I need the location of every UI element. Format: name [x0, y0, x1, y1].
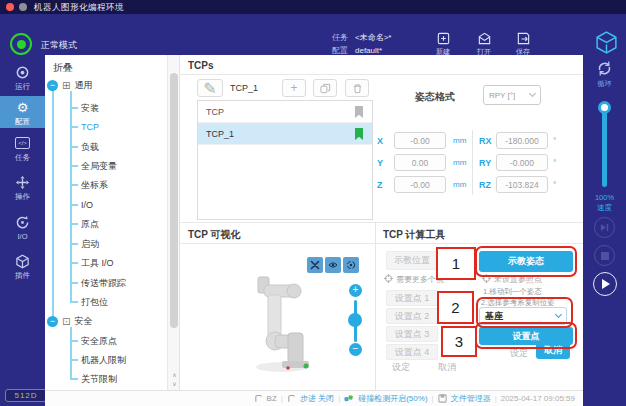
- status-timestamp: 2025-04-17 09:05:59: [501, 394, 575, 403]
- save-button[interactable]: 保存: [507, 31, 539, 57]
- stop-button[interactable]: [594, 245, 615, 266]
- main-panel: TCPs ✎ TCP_1 + TCP TCP_1 姿态格: [180, 55, 583, 390]
- grid-icon: ⊞: [62, 80, 70, 91]
- tree-item-pack-pos[interactable]: 打包位: [70, 294, 108, 310]
- x-label: X: [377, 136, 383, 146]
- rz-unit: °: [553, 180, 556, 189]
- play-button[interactable]: [593, 272, 617, 296]
- tree-item-coord-sys[interactable]: 坐标系: [70, 177, 108, 193]
- visibility-button[interactable]: [325, 257, 341, 273]
- sidebar-item-config[interactable]: ⚙ 配置: [0, 96, 45, 128]
- teach-pose-label: 示教姿态: [508, 255, 544, 268]
- close-window-button[interactable]: [6, 3, 14, 11]
- tree-item-payload[interactable]: 负载: [70, 139, 99, 155]
- mode-indicator-icon: [10, 33, 32, 55]
- step-mode-status[interactable]: 步进 关闭: [300, 393, 334, 404]
- right-status-text: 未设置参照点: [494, 274, 542, 285]
- cancel-right-button[interactable]: 取消: [536, 342, 570, 359]
- rotate-view-button[interactable]: [343, 257, 359, 273]
- zoom-in-button[interactable]: +: [349, 284, 362, 297]
- tree-item-install[interactable]: 安装: [70, 100, 99, 116]
- z-field[interactable]: [394, 176, 446, 193]
- delete-tcp-button[interactable]: [345, 79, 369, 97]
- minimize-window-button[interactable]: [19, 3, 27, 11]
- bz-indicator[interactable]: BZ: [267, 394, 277, 403]
- sidebar-item-run[interactable]: 运行: [0, 61, 45, 92]
- sidebar-item-io[interactable]: I/O: [0, 211, 45, 241]
- tcp-row-name: TCP: [206, 107, 224, 117]
- set-point-3-button[interactable]: 设置点 3: [386, 326, 438, 342]
- sidebar-item-plugin[interactable]: 插件: [0, 250, 45, 281]
- copy-tcp-button[interactable]: [313, 79, 337, 97]
- task-value: <未命名>*: [355, 31, 391, 44]
- set-point-1-button[interactable]: 设置点 1: [386, 290, 438, 306]
- y-field[interactable]: [394, 154, 446, 171]
- step-button[interactable]: [594, 217, 615, 238]
- bookmark-active-icon[interactable]: [354, 128, 364, 140]
- reference-frame-dropdown[interactable]: 基座: [479, 307, 567, 325]
- collapse-icon[interactable]: −: [47, 80, 58, 91]
- eye-icon: [328, 260, 338, 270]
- tree-group-label: 安全: [74, 315, 92, 328]
- bookmark-icon[interactable]: [354, 106, 364, 118]
- status-bar: BZ | 步进 关闭 | 碰撞检测开启(50%) | 文件管理器 | 2025-…: [45, 390, 583, 406]
- collapse-icon[interactable]: −: [47, 316, 58, 327]
- confirm-right-button[interactable]: 设定: [510, 347, 528, 360]
- tcp-list-row[interactable]: TCP: [198, 101, 372, 123]
- tree-item-robot-limits[interactable]: 机器人限制: [70, 352, 126, 368]
- teach-pose-button[interactable]: 示教姿态: [479, 251, 573, 272]
- set-point-label: 设置点: [513, 330, 540, 343]
- x-field[interactable]: [394, 132, 446, 149]
- sidebar-item-label: 运行: [15, 82, 30, 92]
- tree-group-safety[interactable]: − ⊡ 安全: [47, 313, 92, 329]
- reference-status-icon: [482, 274, 491, 283]
- open-button[interactable]: 打开: [468, 31, 500, 57]
- tree-item-tool-io[interactable]: 工具 I/O: [70, 255, 114, 271]
- tree-item-conveyor[interactable]: 传送带跟踪: [70, 275, 126, 291]
- app-window: 机器人图形化编程环境 正常模式 任务 <未命名>* 配置 default* 新建…: [0, 0, 626, 406]
- task-label: 任务: [332, 31, 348, 44]
- file-manager-link[interactable]: 文件管理器: [451, 393, 491, 404]
- tree-item-joint-limits[interactable]: 关节限制: [70, 371, 117, 387]
- tree-item-tcp[interactable]: TCP: [70, 119, 99, 135]
- zoom-out-button[interactable]: −: [349, 343, 362, 356]
- tree-item-global-vars[interactable]: 全局变量: [70, 158, 117, 174]
- calc-title: TCP 计算工具: [383, 228, 446, 242]
- tools-button[interactable]: [307, 257, 323, 273]
- tree-group-general[interactable]: − ⊞ 通用: [47, 77, 92, 93]
- sidebar-item-label: 插件: [15, 271, 30, 281]
- rx-field[interactable]: [496, 132, 548, 149]
- teach-position-tab[interactable]: 示教位置: [386, 251, 438, 270]
- collision-status[interactable]: 碰撞检测开启(50%): [358, 393, 427, 404]
- set-point-4-button[interactable]: 设置点 4: [386, 344, 438, 360]
- tree-title: 折叠: [53, 61, 73, 75]
- ry-field[interactable]: [496, 154, 548, 171]
- new-button[interactable]: 新建: [427, 31, 459, 57]
- confirm-left-button[interactable]: 设定: [392, 361, 410, 374]
- tree-item-startup[interactable]: 启动: [70, 236, 99, 252]
- loop-mode-button[interactable]: 循环: [583, 60, 626, 89]
- points-status-icon: [384, 274, 393, 283]
- loop-label: 循环: [598, 79, 612, 89]
- sidebar-item-operate[interactable]: 操作: [0, 171, 45, 202]
- cancel-left-button[interactable]: 取消: [438, 361, 456, 374]
- scrollbar-thumb[interactable]: [170, 73, 178, 328]
- tree-item-io[interactable]: I/O: [70, 197, 93, 213]
- rz-field[interactable]: [496, 176, 548, 193]
- speed-slider-handle[interactable]: [598, 101, 611, 114]
- pencil-icon: ✎: [203, 79, 216, 98]
- sidebar-item-label: 配置: [15, 117, 30, 127]
- tcp-list-row-selected[interactable]: TCP_1: [198, 123, 372, 145]
- pose-format-dropdown[interactable]: RPY [°]: [483, 85, 541, 105]
- plus-icon: +: [290, 81, 297, 95]
- tree-item-safe-home[interactable]: 安全原点: [70, 333, 117, 349]
- add-tcp-button[interactable]: +: [282, 79, 306, 97]
- set-point-2-button[interactable]: 设置点 2: [386, 308, 438, 324]
- task-config-block: 任务 <未命名>* 配置 default*: [332, 31, 391, 57]
- tree-item-home[interactable]: 原点: [70, 216, 99, 232]
- edit-name-button[interactable]: ✎: [197, 79, 223, 97]
- zoom-slider-handle[interactable]: [348, 313, 362, 327]
- pose-format-value: RPY [°]: [489, 91, 530, 100]
- tree-scrollbar[interactable]: ∧ ∨: [167, 55, 180, 390]
- sidebar-item-task[interactable]: </> 任务: [0, 132, 45, 163]
